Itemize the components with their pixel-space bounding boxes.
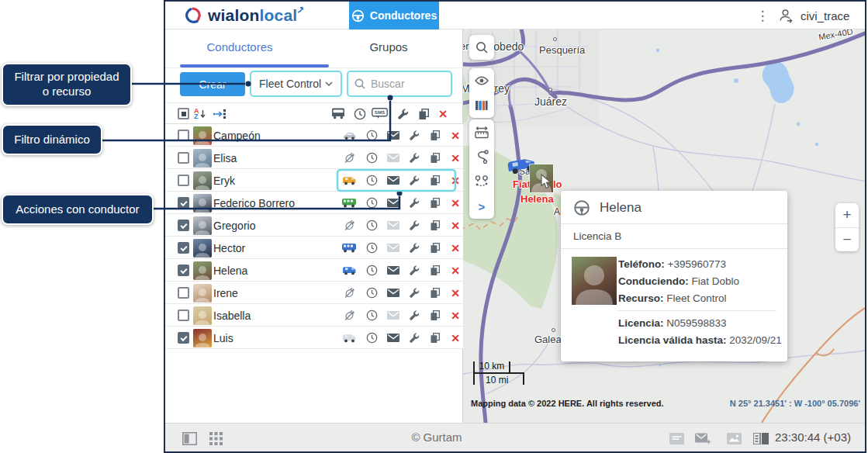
wrench-icon[interactable] (406, 304, 422, 327)
message-icon[interactable] (386, 327, 401, 349)
more-menu-button[interactable]: ⋮ (755, 6, 770, 25)
user-account[interactable]: civi_trace (778, 6, 849, 25)
delete-icon[interactable]: ✕ (448, 259, 463, 282)
apps-grid-icon[interactable] (207, 431, 224, 446)
tab-conductores[interactable]: Conductores (165, 29, 314, 64)
driver-checkbox[interactable] (178, 304, 189, 327)
points-track-icon[interactable] (469, 169, 494, 194)
copy-icon[interactable] (427, 327, 443, 349)
message-icon[interactable] (386, 214, 401, 237)
wrench-icon[interactable] (406, 259, 422, 282)
driver-name[interactable]: Gregorio (213, 214, 255, 237)
delete-icon[interactable]: ✕ (448, 147, 463, 169)
delete-icon[interactable]: ✕ (448, 192, 463, 214)
log-panel-icon[interactable] (752, 431, 769, 446)
clock-icon[interactable] (364, 147, 379, 169)
driver-checkbox[interactable] (178, 147, 189, 169)
wrench-icon[interactable] (406, 192, 422, 214)
wrench-column-icon[interactable] (396, 103, 411, 124)
driver-checkbox[interactable] (178, 192, 189, 214)
tab-grupos[interactable]: Grupos (314, 29, 463, 64)
driver-checkbox[interactable] (178, 237, 189, 259)
driver-name[interactable]: Eryk (213, 169, 235, 192)
clock-icon[interactable] (364, 169, 379, 192)
copy-icon[interactable] (427, 214, 443, 237)
copy-icon[interactable] (427, 282, 443, 304)
message-icon[interactable] (386, 304, 401, 327)
sort-az-icon[interactable]: AZ (194, 103, 206, 124)
message-icon[interactable] (386, 259, 401, 282)
delete-icon[interactable]: ✕ (448, 304, 463, 327)
wrench-icon[interactable] (406, 147, 422, 169)
wrench-icon[interactable] (406, 214, 422, 237)
clock-icon[interactable] (364, 192, 379, 214)
driver-checkbox[interactable] (178, 124, 189, 147)
copy-icon[interactable] (427, 169, 443, 192)
copy-icon[interactable] (427, 259, 443, 282)
map-search-button[interactable] (469, 35, 494, 60)
message-icon[interactable] (386, 169, 401, 192)
search-input[interactable] (371, 78, 442, 90)
search-field[interactable] (347, 71, 452, 97)
clock-icon[interactable] (364, 259, 379, 282)
driver-name[interactable]: Hector (213, 237, 245, 259)
message-icon[interactable] (386, 192, 401, 214)
map[interactable]: eraEscobedoPesqueríaMonterreyJuárezMex-4… (463, 29, 865, 423)
ruler-icon[interactable] (469, 119, 494, 144)
delete-icon[interactable]: ✕ (448, 214, 463, 237)
clock-icon[interactable] (364, 282, 379, 304)
copy-icon[interactable] (427, 304, 443, 327)
clock-icon[interactable] (364, 327, 379, 349)
zoom-in-button[interactable]: + (835, 203, 859, 228)
driver-checkbox[interactable] (178, 282, 189, 304)
zoom-out-button[interactable]: − (835, 228, 859, 252)
copy-column-icon[interactable] (416, 103, 431, 124)
resource-filter-dropdown[interactable]: Fleet Control (250, 71, 342, 97)
copy-icon[interactable] (427, 147, 443, 169)
wrench-icon[interactable] (406, 282, 422, 304)
route-icon[interactable] (469, 144, 494, 169)
create-button[interactable]: Crear (180, 72, 245, 96)
delete-icon[interactable]: ✕ (448, 237, 463, 259)
wrench-icon[interactable] (406, 327, 422, 349)
wrench-icon[interactable] (406, 169, 422, 192)
driver-checkbox[interactable] (178, 259, 189, 282)
driver-checkbox[interactable] (178, 214, 189, 237)
driver-name[interactable]: Luis (213, 327, 233, 349)
driver-name[interactable]: Federico Borrero (213, 192, 295, 214)
clock-icon[interactable] (364, 304, 379, 327)
driver-checkbox[interactable] (178, 327, 189, 349)
message-icon[interactable] (386, 237, 401, 259)
expand-toolbar-chevron[interactable]: > (469, 194, 494, 219)
clock-icon[interactable] (364, 237, 379, 259)
copy-icon[interactable] (427, 124, 443, 147)
eye-icon[interactable] (469, 68, 494, 93)
copy-icon[interactable] (427, 192, 443, 214)
clock-icon[interactable] (364, 214, 379, 237)
delete-icon[interactable]: ✕ (448, 282, 463, 304)
driver-name[interactable]: Isabella (213, 304, 251, 327)
driver-name[interactable]: Irene (213, 282, 238, 304)
driver-name[interactable]: Campeón (213, 124, 261, 147)
delete-icon[interactable]: ✕ (448, 327, 463, 349)
message-icon[interactable] (386, 147, 401, 169)
delete-icon[interactable]: ✕ (448, 124, 463, 147)
wrench-icon[interactable] (406, 124, 422, 147)
select-all-checkbox[interactable] (178, 103, 189, 124)
message-icon[interactable] (386, 282, 401, 304)
apply-to-list-icon[interactable] (213, 103, 227, 124)
driver-name[interactable]: Helena (213, 259, 247, 282)
map-source-icon[interactable] (469, 93, 494, 118)
media-icon[interactable] (725, 431, 742, 446)
copy-icon[interactable] (427, 237, 443, 259)
sms-column-icon[interactable]: SMS (370, 103, 389, 124)
message-icon[interactable] (386, 124, 401, 147)
notifications-icon[interactable] (668, 431, 685, 446)
delete-icon[interactable]: ✕ (448, 169, 463, 192)
driver-name[interactable]: Elisa (213, 147, 237, 169)
clock-icon[interactable] (364, 124, 379, 147)
delete-column-icon[interactable]: ✕ (435, 103, 451, 124)
driver-checkbox[interactable] (178, 169, 189, 192)
wrench-icon[interactable] (406, 237, 422, 259)
tab-conductores-header[interactable]: Conductores (349, 2, 439, 29)
